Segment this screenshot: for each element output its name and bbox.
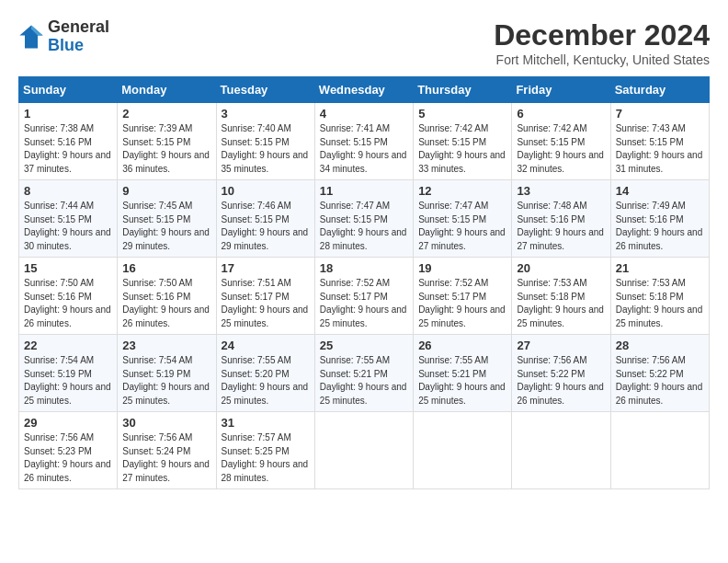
day-number: 7: [616, 107, 704, 121]
day-number: 1: [24, 107, 112, 121]
day-info: Sunrise: 7:43 AM Sunset: 5:15 PM Dayligh…: [616, 122, 704, 176]
calendar-cell: 2Sunrise: 7:39 AM Sunset: 5:15 PM Daylig…: [118, 103, 216, 180]
day-info: Sunrise: 7:53 AM Sunset: 5:18 PM Dayligh…: [616, 277, 704, 330]
calendar-cell: 1Sunrise: 7:38 AM Sunset: 5:16 PM Daylig…: [19, 103, 118, 180]
day-info: Sunrise: 7:40 AM Sunset: 5:15 PM Dayligh…: [222, 122, 310, 176]
day-number: 5: [418, 107, 506, 121]
logo: General Blue: [18, 18, 109, 55]
day-info: Sunrise: 7:53 AM Sunset: 5:18 PM Dayligh…: [517, 277, 605, 330]
column-header-friday: Friday: [512, 77, 610, 103]
day-number: 27: [517, 339, 605, 352]
column-header-sunday: Sunday: [19, 77, 118, 103]
calendar-cell: 20Sunrise: 7:53 AM Sunset: 5:18 PM Dayli…: [512, 258, 610, 335]
day-info: Sunrise: 7:39 AM Sunset: 5:15 PM Dayligh…: [122, 122, 210, 176]
day-info: Sunrise: 7:47 AM Sunset: 5:15 PM Dayligh…: [320, 200, 408, 253]
day-number: 6: [517, 107, 605, 121]
calendar-cell: 31Sunrise: 7:57 AM Sunset: 5:25 PM Dayli…: [216, 412, 314, 489]
calendar-cell: 17Sunrise: 7:51 AM Sunset: 5:17 PM Dayli…: [216, 258, 314, 335]
calendar-cell: 21Sunrise: 7:53 AM Sunset: 5:18 PM Dayli…: [610, 258, 709, 335]
day-number: 23: [122, 339, 210, 352]
column-header-saturday: Saturday: [610, 77, 709, 103]
day-info: Sunrise: 7:50 AM Sunset: 5:16 PM Dayligh…: [122, 277, 210, 330]
calendar-week-row: 22Sunrise: 7:54 AM Sunset: 5:19 PM Dayli…: [19, 335, 710, 412]
day-number: 16: [122, 261, 210, 275]
day-number: 17: [222, 261, 310, 275]
day-info: Sunrise: 7:56 AM Sunset: 5:24 PM Dayligh…: [122, 431, 210, 485]
day-info: Sunrise: 7:42 AM Sunset: 5:15 PM Dayligh…: [517, 122, 605, 176]
day-info: Sunrise: 7:46 AM Sunset: 5:15 PM Dayligh…: [222, 200, 310, 253]
calendar-header-row: SundayMondayTuesdayWednesdayThursdayFrid…: [19, 77, 710, 103]
day-number: 30: [122, 416, 210, 430]
calendar-cell: 19Sunrise: 7:52 AM Sunset: 5:17 PM Dayli…: [414, 258, 512, 335]
day-number: 13: [517, 184, 605, 198]
calendar-cell: 4Sunrise: 7:41 AM Sunset: 5:15 PM Daylig…: [314, 103, 413, 180]
calendar-cell: 15Sunrise: 7:50 AM Sunset: 5:16 PM Dayli…: [19, 258, 118, 335]
column-header-monday: Monday: [118, 77, 216, 103]
day-number: 31: [222, 416, 310, 430]
calendar-cell: 29Sunrise: 7:56 AM Sunset: 5:23 PM Dayli…: [19, 412, 118, 489]
day-info: Sunrise: 7:38 AM Sunset: 5:16 PM Dayligh…: [24, 122, 112, 176]
day-info: Sunrise: 7:41 AM Sunset: 5:15 PM Dayligh…: [320, 122, 408, 176]
day-info: Sunrise: 7:51 AM Sunset: 5:17 PM Dayligh…: [222, 277, 310, 330]
calendar-cell: 5Sunrise: 7:42 AM Sunset: 5:15 PM Daylig…: [414, 103, 512, 180]
day-info: Sunrise: 7:48 AM Sunset: 5:16 PM Dayligh…: [517, 200, 605, 253]
title-block: December 2024 Fort Mitchell, Kentucky, U…: [494, 18, 710, 67]
day-number: 25: [320, 339, 408, 352]
calendar-cell: 7Sunrise: 7:43 AM Sunset: 5:15 PM Daylig…: [610, 103, 709, 180]
day-info: Sunrise: 7:47 AM Sunset: 5:15 PM Dayligh…: [418, 200, 506, 253]
day-number: 2: [122, 107, 210, 121]
calendar-cell: 11Sunrise: 7:47 AM Sunset: 5:15 PM Dayli…: [314, 180, 413, 258]
calendar-cell: [314, 412, 413, 489]
day-number: 28: [616, 339, 704, 352]
column-header-thursday: Thursday: [414, 77, 512, 103]
calendar-week-row: 29Sunrise: 7:56 AM Sunset: 5:23 PM Dayli…: [19, 412, 710, 489]
day-number: 29: [24, 416, 112, 430]
calendar-cell: 25Sunrise: 7:55 AM Sunset: 5:21 PM Dayli…: [314, 335, 413, 412]
day-number: 19: [418, 261, 506, 275]
calendar-table: SundayMondayTuesdayWednesdayThursdayFrid…: [18, 76, 710, 489]
calendar-cell: 28Sunrise: 7:56 AM Sunset: 5:22 PM Dayli…: [610, 335, 709, 412]
calendar-cell: 13Sunrise: 7:48 AM Sunset: 5:16 PM Dayli…: [512, 180, 610, 258]
day-info: Sunrise: 7:42 AM Sunset: 5:15 PM Dayligh…: [418, 122, 506, 176]
calendar-cell: 30Sunrise: 7:56 AM Sunset: 5:24 PM Dayli…: [118, 412, 216, 489]
day-info: Sunrise: 7:44 AM Sunset: 5:15 PM Dayligh…: [24, 200, 112, 253]
day-number: 9: [122, 184, 210, 198]
calendar-cell: 12Sunrise: 7:47 AM Sunset: 5:15 PM Dayli…: [414, 180, 512, 258]
day-info: Sunrise: 7:57 AM Sunset: 5:25 PM Dayligh…: [222, 431, 310, 485]
day-info: Sunrise: 7:49 AM Sunset: 5:16 PM Dayligh…: [616, 200, 704, 253]
calendar-cell: 22Sunrise: 7:54 AM Sunset: 5:19 PM Dayli…: [19, 335, 118, 412]
day-number: 3: [222, 107, 310, 121]
day-info: Sunrise: 7:56 AM Sunset: 5:23 PM Dayligh…: [24, 431, 112, 485]
day-number: 20: [517, 261, 605, 275]
calendar-cell: [414, 412, 512, 489]
day-info: Sunrise: 7:55 AM Sunset: 5:21 PM Dayligh…: [320, 354, 408, 408]
day-number: 11: [320, 184, 408, 198]
day-number: 12: [418, 184, 506, 198]
day-number: 21: [616, 261, 704, 275]
day-number: 14: [616, 184, 704, 198]
calendar-cell: 10Sunrise: 7:46 AM Sunset: 5:15 PM Dayli…: [216, 180, 314, 258]
day-info: Sunrise: 7:45 AM Sunset: 5:15 PM Dayligh…: [122, 200, 210, 253]
calendar-cell: 18Sunrise: 7:52 AM Sunset: 5:17 PM Dayli…: [314, 258, 413, 335]
month-title: December 2024: [494, 18, 710, 52]
day-number: 26: [418, 339, 506, 352]
column-header-tuesday: Tuesday: [216, 77, 314, 103]
day-info: Sunrise: 7:56 AM Sunset: 5:22 PM Dayligh…: [616, 354, 704, 408]
calendar-cell: 3Sunrise: 7:40 AM Sunset: 5:15 PM Daylig…: [216, 103, 314, 180]
day-info: Sunrise: 7:54 AM Sunset: 5:19 PM Dayligh…: [122, 354, 210, 408]
logo-text: General Blue: [48, 18, 109, 55]
day-number: 8: [24, 184, 112, 198]
day-number: 24: [222, 339, 310, 352]
logo-icon: [18, 24, 44, 50]
day-number: 10: [222, 184, 310, 198]
calendar-cell: 27Sunrise: 7:56 AM Sunset: 5:22 PM Dayli…: [512, 335, 610, 412]
day-info: Sunrise: 7:54 AM Sunset: 5:19 PM Dayligh…: [24, 354, 112, 408]
calendar-cell: 16Sunrise: 7:50 AM Sunset: 5:16 PM Dayli…: [118, 258, 216, 335]
calendar-week-row: 8Sunrise: 7:44 AM Sunset: 5:15 PM Daylig…: [19, 180, 710, 258]
calendar-cell: 8Sunrise: 7:44 AM Sunset: 5:15 PM Daylig…: [19, 180, 118, 258]
day-number: 4: [320, 107, 408, 121]
day-number: 22: [24, 339, 112, 352]
calendar-cell: 9Sunrise: 7:45 AM Sunset: 5:15 PM Daylig…: [118, 180, 216, 258]
day-number: 18: [320, 261, 408, 275]
calendar-cell: 23Sunrise: 7:54 AM Sunset: 5:19 PM Dayli…: [118, 335, 216, 412]
